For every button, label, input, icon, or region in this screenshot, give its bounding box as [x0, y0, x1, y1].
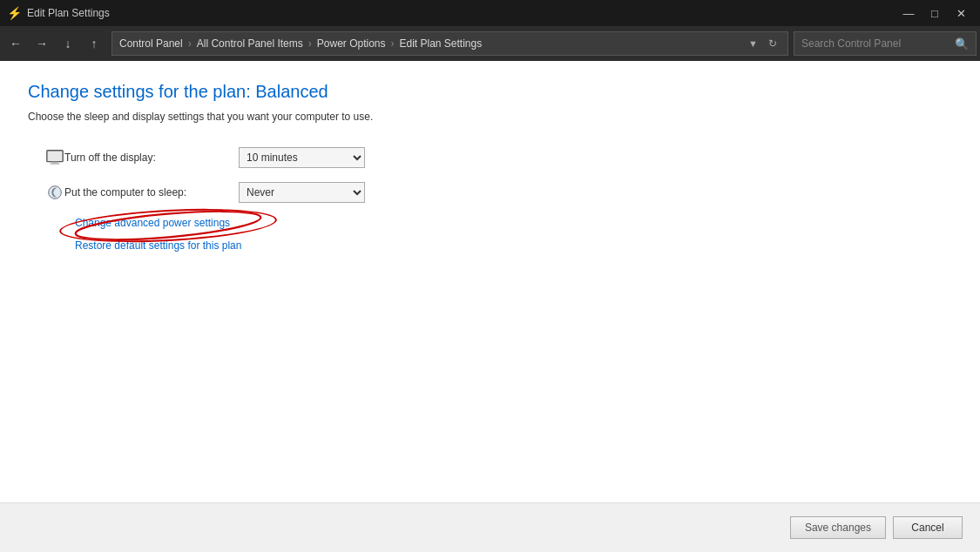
- display-setting-label: Turn off the display:: [64, 151, 239, 164]
- page-subtext: Choose the sleep and display settings th…: [28, 111, 952, 123]
- dropdown-button[interactable]: ↓: [56, 31, 80, 56]
- back-button[interactable]: ←: [3, 31, 28, 56]
- content-area: Change settings for the plan: Balanced C…: [0, 61, 980, 552]
- search-box: 🔍: [794, 31, 977, 56]
- title-bar: ⚡ Edit Plan Settings — □ ✕: [0, 0, 980, 26]
- window-title: Edit Plan Settings: [27, 7, 110, 19]
- page-heading: Change settings for the plan: Balanced: [28, 82, 952, 102]
- up-button[interactable]: ↑: [82, 31, 106, 56]
- monitor-icon: [45, 148, 64, 167]
- search-icon[interactable]: 🔍: [955, 37, 969, 50]
- sleep-setting-row: Put the computer to sleep: 1 minute 2 mi…: [28, 182, 952, 203]
- sleep-setting-select[interactable]: 1 minute 2 minutes 3 minutes 5 minutes 1…: [239, 182, 365, 203]
- search-input[interactable]: [801, 37, 950, 50]
- app-icon: ⚡: [7, 6, 22, 20]
- sleep-icon: [45, 183, 64, 202]
- action-bar: Save changes Cancel: [0, 503, 980, 552]
- svg-rect-2: [51, 163, 60, 164]
- breadcrumb-allitems[interactable]: All Control Panel Items: [197, 37, 303, 50]
- restore-defaults-link[interactable]: Restore default settings for this plan: [75, 239, 241, 252]
- forward-button[interactable]: →: [30, 31, 54, 56]
- breadcrumb-editplan[interactable]: Edit Plan Settings: [399, 37, 482, 50]
- main-content: Change settings for the plan: Balanced C…: [0, 61, 980, 503]
- refresh-button[interactable]: ↻: [765, 36, 781, 51]
- display-setting-select[interactable]: 1 minute 2 minutes 3 minutes 5 minutes 1…: [239, 147, 365, 168]
- window-controls: — □ ✕: [896, 1, 973, 25]
- address-bar: Control Panel › All Control Panel Items …: [112, 31, 788, 56]
- breadcrumb-controlpanel[interactable]: Control Panel: [119, 37, 183, 50]
- advanced-link-wrapper: Change advanced power settings: [75, 217, 230, 234]
- address-dropdown-arrow[interactable]: ▼: [745, 37, 761, 50]
- display-setting-row: Turn off the display: 1 minute 2 minutes…: [28, 147, 952, 168]
- restore-button[interactable]: □: [923, 1, 947, 25]
- sleep-setting-label: Put the computer to sleep:: [64, 186, 239, 199]
- svg-rect-0: [47, 151, 63, 162]
- advanced-settings-link[interactable]: Change advanced power settings: [75, 217, 230, 229]
- cancel-button[interactable]: Cancel: [893, 516, 963, 539]
- navigation-bar: ← → ↓ ↑ Control Panel › All Control Pane…: [0, 26, 980, 61]
- svg-rect-1: [51, 162, 57, 164]
- links-section: Change advanced power settings Restore d…: [28, 217, 952, 252]
- save-changes-button[interactable]: Save changes: [790, 516, 886, 539]
- close-button[interactable]: ✕: [949, 1, 973, 25]
- minimize-button[interactable]: —: [896, 1, 921, 25]
- breadcrumb-poweroptions[interactable]: Power Options: [317, 37, 386, 50]
